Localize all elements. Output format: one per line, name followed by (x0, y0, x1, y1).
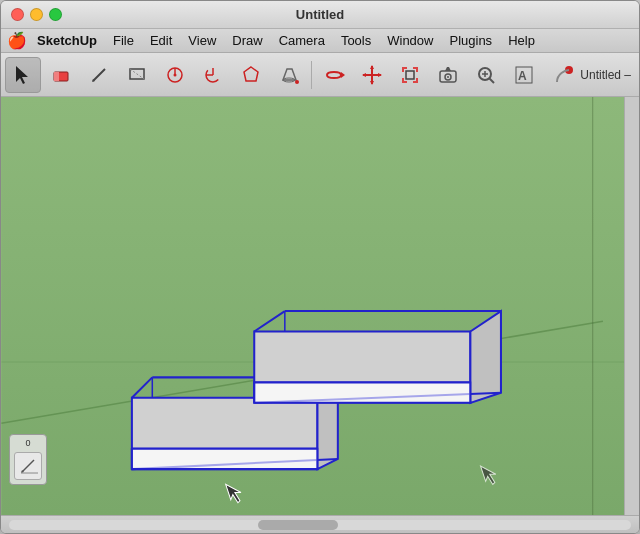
svg-marker-13 (244, 67, 258, 81)
menu-plugins[interactable]: Plugins (441, 31, 500, 50)
viewport-svg (1, 97, 639, 515)
polygon-tool-button[interactable] (233, 57, 269, 93)
svg-marker-19 (370, 65, 374, 69)
pan-tool-button[interactable] (354, 57, 390, 93)
menu-file[interactable]: File (105, 31, 142, 50)
svg-marker-0 (16, 66, 28, 84)
eraser-tool-button[interactable] (43, 57, 79, 93)
svg-marker-49 (254, 331, 470, 382)
app-window: Untitled 🍎 SketchUp File Edit View Draw … (0, 0, 640, 534)
tool-panel: 0 (9, 434, 47, 485)
svg-marker-25 (445, 67, 451, 71)
svg-marker-22 (378, 73, 382, 77)
paint-tool-button[interactable] (271, 57, 307, 93)
svg-point-27 (447, 76, 449, 78)
svg-marker-16 (341, 72, 345, 78)
svg-marker-39 (132, 398, 318, 449)
menu-tools[interactable]: Tools (333, 31, 379, 50)
extra-tool-button[interactable] (544, 57, 580, 93)
svg-line-3 (93, 69, 105, 81)
toolbar: A Untitled – (1, 53, 639, 97)
menu-window[interactable]: Window (379, 31, 441, 50)
apple-icon: 🍎 (7, 31, 27, 50)
arc-tool-button[interactable] (195, 57, 231, 93)
window-title: Untitled (296, 7, 344, 22)
close-button[interactable] (11, 8, 24, 21)
statusbar (1, 515, 639, 533)
svg-rect-23 (406, 71, 414, 79)
viewport[interactable]: 0 (1, 97, 639, 515)
select-tool-button[interactable] (5, 57, 41, 93)
apple-menu[interactable]: 🍎 (5, 29, 29, 52)
svg-marker-21 (362, 73, 366, 77)
text-tool-button[interactable]: A (506, 57, 542, 93)
menu-camera[interactable]: Camera (271, 31, 333, 50)
toolbar-separator-1 (311, 61, 312, 89)
orbit-tool-button[interactable] (316, 57, 352, 93)
circle-tool-button[interactable] (157, 57, 193, 93)
svg-line-60 (22, 460, 34, 472)
svg-line-6 (130, 69, 144, 79)
window-buttons (11, 8, 62, 21)
menu-help[interactable]: Help (500, 31, 543, 50)
zoom-tool-button[interactable] (468, 57, 504, 93)
scrollbar-thumb[interactable] (258, 520, 338, 530)
pencil-icon-small[interactable] (14, 452, 42, 480)
menu-view[interactable]: View (180, 31, 224, 50)
menu-edit[interactable]: Edit (142, 31, 180, 50)
maximize-button[interactable] (49, 8, 62, 21)
svg-rect-2 (54, 72, 59, 81)
svg-line-29 (489, 78, 494, 83)
rectangle-tool-button[interactable] (119, 57, 155, 93)
svg-marker-20 (370, 81, 374, 85)
titlebar: Untitled (1, 1, 639, 29)
menu-draw[interactable]: Draw (224, 31, 270, 50)
zoom-extents-button[interactable] (392, 57, 428, 93)
svg-text:A: A (518, 69, 527, 83)
menubar: 🍎 SketchUp File Edit View Draw Camera To… (1, 29, 639, 53)
tool-count-label: 0 (25, 439, 30, 448)
pencil-tool-button[interactable] (81, 57, 117, 93)
svg-point-15 (295, 80, 299, 84)
svg-marker-57 (254, 382, 470, 402)
scrollbar-horizontal[interactable] (9, 520, 631, 530)
svg-point-9 (174, 73, 177, 76)
minimize-button[interactable] (30, 8, 43, 21)
camera-position-button[interactable] (430, 57, 466, 93)
svg-marker-48 (132, 449, 318, 469)
menu-sketchup[interactable]: SketchUp (29, 31, 105, 50)
scrollbar-vertical[interactable] (624, 97, 639, 515)
toolbar-title: Untitled – (580, 68, 631, 82)
